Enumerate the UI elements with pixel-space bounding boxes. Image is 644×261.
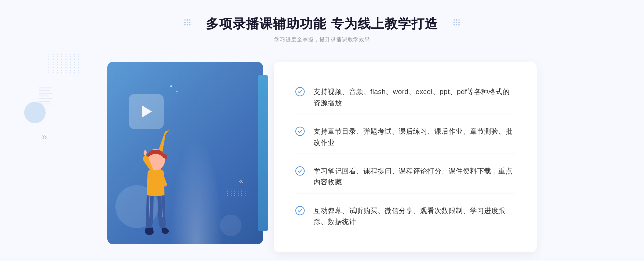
svg-point-12	[296, 167, 304, 175]
svg-point-11	[296, 127, 304, 136]
check-circle-icon-4	[295, 206, 305, 215]
content-area: ✦ ✦ «	[107, 59, 537, 252]
accent-bar	[258, 75, 268, 231]
decorative-dots-left	[48, 54, 80, 86]
feature-text-3: 学习笔记回看、课程提问、课程评论打分、课件资料下载，重点内容收藏	[313, 166, 515, 188]
feature-item-3: 学习笔记回看、课程提问、课程评论打分、课件资料下载，重点内容收藏	[295, 160, 515, 193]
feature-item-2: 支持章节目录、弹题考试、课后练习、课后作业、章节测验、批改作业	[295, 121, 515, 154]
check-circle-icon-2	[295, 126, 305, 136]
star-decoration-large: ✦	[169, 83, 173, 89]
header-section: 多项录播课辅助功能 专为线上教学打造 学习进度全掌握，提升录播课教学效果	[206, 16, 438, 43]
header-dots-left	[184, 19, 191, 25]
chevron-left-icon: »	[42, 131, 45, 143]
feature-item-1: 支持视频、音频、flash、word、excel、ppt、pdf等各种格式的资源…	[295, 81, 515, 114]
feature-text-4: 互动弹幕、试听购买、微信分享、观看次数限制、学习进度跟踪、数据统计	[313, 205, 515, 228]
sub-title: 学习进度全掌握，提升录播课教学效果	[206, 36, 438, 43]
check-circle-icon-1	[295, 87, 305, 96]
deco-arrow-icon: «	[239, 177, 241, 185]
svg-point-13	[296, 206, 304, 215]
page-container: » 多项录播课辅助功能 专为线上教学打造 学习进度全掌握，提升录播课教学效果	[0, 0, 644, 261]
person-illustration	[122, 110, 189, 244]
illustration-card: ✦ ✦ «	[107, 62, 263, 244]
side-lines-decoration	[39, 86, 55, 107]
features-card: 支持视频、音频、flash、word、excel、ppt、pdf等各种格式的资源…	[274, 62, 537, 252]
check-circle-icon-3	[295, 166, 305, 176]
main-title: 多项录播课辅助功能 专为线上教学打造	[206, 16, 438, 32]
feature-item-4: 互动弹幕、试听购买、微信分享、观看次数限制、学习进度跟踪、数据统计	[295, 200, 515, 233]
feature-text-1: 支持视频、音频、flash、word、excel、ppt、pdf等各种格式的资源…	[313, 86, 515, 109]
star-decoration-small: ✦	[176, 90, 178, 93]
feature-text-2: 支持章节目录、弹题考试、课后练习、课后作业、章节测验、批改作业	[313, 126, 515, 148]
circle-decoration-medium	[220, 215, 241, 236]
header-dots-right	[453, 19, 460, 25]
illustration-dots	[227, 189, 247, 196]
svg-point-10	[296, 87, 304, 96]
